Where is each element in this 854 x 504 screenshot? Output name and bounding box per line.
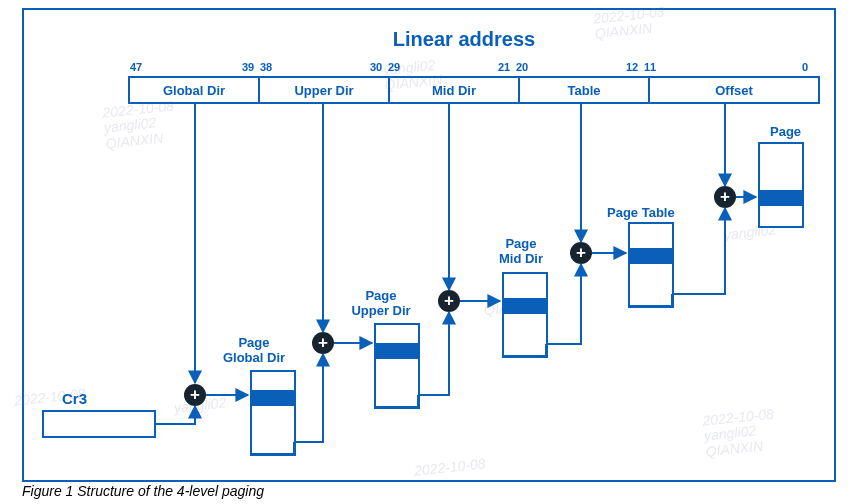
field-mid-dir: Mid Dir	[390, 78, 520, 102]
table-page-mid-dir	[502, 272, 548, 358]
bit-lo-2: 21	[498, 61, 510, 73]
table-page-table	[628, 222, 674, 308]
diagram-frame: 2022-10-08 yangli02 QIANXIN 2022-10-08 Q…	[22, 8, 836, 482]
adder-icon: +	[184, 384, 206, 406]
bit-hi-1: 38	[260, 61, 272, 73]
cr3-label: Cr3	[62, 390, 87, 407]
linear-address-bar: Global Dir Upper Dir Mid Dir Table Offse…	[128, 76, 820, 104]
field-offset: Offset	[650, 78, 818, 102]
table-page-upper-dir	[374, 323, 420, 409]
bit-lo-3: 12	[626, 61, 638, 73]
adder-icon: +	[438, 290, 460, 312]
watermark: 2022-10-08	[413, 456, 486, 479]
field-upper-dir: Upper Dir	[260, 78, 390, 102]
bit-hi-0: 47	[130, 61, 142, 73]
bit-hi-4: 11	[644, 61, 656, 73]
cr3-register	[42, 410, 156, 438]
adder-icon: +	[312, 332, 334, 354]
adder-icon: +	[714, 186, 736, 208]
label-page-mid-dir: Page Mid Dir	[476, 236, 566, 266]
watermark: 2022-10-08 QIANXIN	[593, 4, 667, 42]
label-page: Page	[770, 124, 801, 139]
field-global-dir: Global Dir	[130, 78, 260, 102]
label-page-table: Page Table	[607, 205, 675, 220]
watermark: 2022-10-08 yangli02 QIANXIN	[102, 98, 178, 151]
bit-lo-0: 39	[242, 61, 254, 73]
adder-icon: +	[570, 242, 592, 264]
bit-hi-3: 20	[516, 61, 528, 73]
diagram-title: Linear address	[364, 28, 564, 51]
field-table: Table	[520, 78, 650, 102]
bit-hi-2: 29	[388, 61, 400, 73]
table-page-global-dir	[250, 370, 296, 456]
figure-caption: Figure 1 Structure of the 4-level paging	[22, 483, 264, 499]
label-page-upper-dir: Page Upper Dir	[336, 288, 426, 318]
label-page-global-dir: Page Global Dir	[209, 335, 299, 365]
table-page	[758, 142, 804, 228]
watermark: 2022-10-08 yangli02 QIANXIN	[702, 406, 778, 459]
bit-lo-1: 30	[370, 61, 382, 73]
bit-lo-4: 0	[802, 61, 808, 73]
